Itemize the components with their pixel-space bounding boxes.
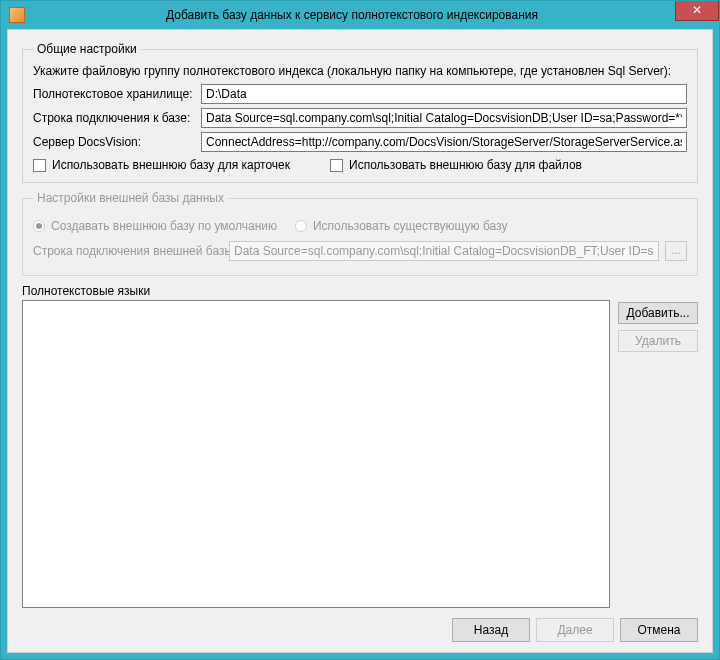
external-conn-row: Строка подключения внешней базы: ... <box>33 241 687 261</box>
external-db-checkrow: Использовать внешнюю базу для карточек И… <box>33 158 687 172</box>
create-default-radio <box>33 220 45 232</box>
external-db-settings-group: Настройки внешней базы данных Создавать … <box>22 191 698 276</box>
close-icon: ✕ <box>692 3 702 17</box>
external-conn-input <box>229 241 659 261</box>
languages-section: Полнотекстовые языки Добавить... Удалить <box>22 284 698 608</box>
use-external-cards-label: Использовать внешнюю базу для карточек <box>52 158 290 172</box>
use-external-files-label: Использовать внешнюю базу для файлов <box>349 158 582 172</box>
connection-row: Строка подключения к базе: <box>33 108 687 128</box>
use-external-cards-checkbox[interactable] <box>33 159 46 172</box>
app-icon <box>9 7 25 23</box>
connection-label: Строка подключения к базе: <box>33 111 195 125</box>
server-label: Сервер DocsVision: <box>33 135 195 149</box>
use-external-files-checkbox[interactable] <box>330 159 343 172</box>
external-radio-row: Создавать внешнюю базу по умолчанию Испо… <box>33 219 687 233</box>
storage-row: Полнотекстовое хранилище: <box>33 84 687 104</box>
back-button[interactable]: Назад <box>452 618 530 642</box>
remove-language-button: Удалить <box>618 330 698 352</box>
languages-label: Полнотекстовые языки <box>22 284 610 298</box>
close-button[interactable]: ✕ <box>675 1 719 21</box>
client-area: Общие настройки Укажите файловую группу … <box>7 29 713 653</box>
dialog-window: Добавить базу данных к сервису полнотекс… <box>0 0 720 660</box>
languages-listbox[interactable] <box>22 300 610 608</box>
storage-label: Полнотекстовое хранилище: <box>33 87 195 101</box>
connection-input[interactable] <box>201 108 687 128</box>
wizard-buttons: Назад Далее Отмена <box>22 608 698 642</box>
server-row: Сервер DocsVision: <box>33 132 687 152</box>
external-conn-label: Строка подключения внешней базы: <box>33 244 223 258</box>
create-default-label: Создавать внешнюю базу по умолчанию <box>51 219 277 233</box>
server-input[interactable] <box>201 132 687 152</box>
general-settings-legend: Общие настройки <box>33 42 141 56</box>
next-button: Далее <box>536 618 614 642</box>
external-conn-browse-button: ... <box>665 241 687 261</box>
use-existing-label: Использовать существующую базу <box>313 219 507 233</box>
window-title: Добавить базу данных к сервису полнотекс… <box>25 8 719 22</box>
external-db-legend: Настройки внешней базы данных <box>33 191 228 205</box>
titlebar: Добавить базу данных к сервису полнотекс… <box>1 1 719 29</box>
general-settings-group: Общие настройки Укажите файловую группу … <box>22 42 698 183</box>
use-existing-radio <box>295 220 307 232</box>
storage-input[interactable] <box>201 84 687 104</box>
add-language-button[interactable]: Добавить... <box>618 302 698 324</box>
cancel-button[interactable]: Отмена <box>620 618 698 642</box>
general-description: Укажите файловую группу полнотекстового … <box>33 64 687 78</box>
